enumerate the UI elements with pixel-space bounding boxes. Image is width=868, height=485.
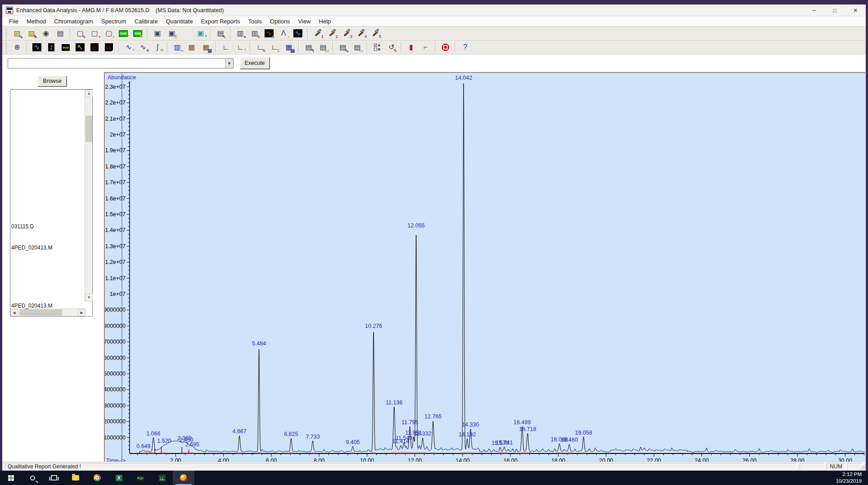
percent-report-button[interactable]: ▥–: [171, 41, 184, 53]
run-method-icon: ▢»: [104, 29, 114, 38]
user-tool-5-button[interactable]: 5: [369, 27, 382, 39]
vertical-scroll-thumb[interactable]: [85, 116, 92, 142]
axis-range-tool-button[interactable]: ∟*: [234, 41, 247, 53]
task-view-button[interactable]: [43, 471, 65, 485]
menu-export-reports[interactable]: Export Reports: [197, 17, 244, 26]
cascade-windows-button[interactable]: ▣²: [194, 27, 207, 39]
menu-calibrate[interactable]: Calibrate: [130, 17, 162, 26]
load-method-button[interactable]: ▨✎: [25, 27, 38, 39]
menu-method[interactable]: Method: [22, 17, 50, 26]
full-chromatogram-button[interactable]: ∿: [30, 41, 44, 53]
parameters-edit-button[interactable]: ▥✎: [248, 27, 261, 39]
close-button[interactable]: ✕: [845, 5, 866, 16]
user-tool-2-button[interactable]: 2: [325, 27, 339, 39]
chromatogram-plot[interactable]: 1000000200000030000004000000500000060000…: [105, 73, 865, 466]
toolbar-grip[interactable]: [6, 28, 8, 38]
browse-button[interactable]: Browse: [38, 76, 67, 86]
flag-tool-button[interactable]: ▮: [405, 41, 418, 53]
quant-database-button[interactable]: ▦▤: [282, 41, 296, 53]
integrate-peak-ok-button[interactable]: ∩✓: [102, 41, 116, 53]
export-window-button[interactable]: ▣↥: [165, 27, 179, 39]
overlay-signals-button[interactable]: ∿∿: [262, 27, 276, 39]
execute-button[interactable]: Execute: [240, 57, 270, 69]
copy-report-button[interactable]: ▤↰: [302, 41, 315, 53]
extract-ion-button[interactable]: m/e: [59, 41, 72, 53]
print-button[interactable]: ▤: [54, 27, 67, 39]
zoom-previous-button[interactable]: ↖: [73, 41, 87, 53]
file-list-item[interactable]: 4PED_020413.M: [11, 245, 52, 251]
integration-events-button[interactable]: ∫¹²: [151, 41, 164, 53]
icon-modifier: ↥: [174, 35, 178, 39]
scroll-right-icon[interactable]: ▶: [78, 309, 85, 316]
user-tool-3-button[interactable]: 3: [340, 27, 353, 39]
run-method-button[interactable]: ▢»: [102, 27, 116, 39]
file-list[interactable]: ▲ ▼ ◀ ▶ 031115.D4PED_020413.M4PED_020413…: [10, 89, 93, 317]
menu-file[interactable]: File: [5, 17, 22, 26]
taskbar-clock[interactable]: 2:12 PM10/23/2019: [836, 471, 868, 485]
toolbar-grip[interactable]: [6, 42, 8, 52]
instrument-app-2-button[interactable]: [151, 471, 173, 485]
qedit-quant-result-button[interactable]: ↺✎: [385, 41, 398, 53]
scroll-left-icon[interactable]: ◀: [10, 309, 18, 316]
lock-intensity-button[interactable]: Λ▪: [277, 27, 290, 39]
search-button[interactable]: [22, 471, 43, 485]
horizontal-scroll-thumb[interactable]: [19, 309, 62, 316]
menu-spectrum[interactable]: Spectrum: [97, 17, 130, 26]
parameters-view-button[interactable]: ▥●: [234, 27, 247, 39]
resize-grip[interactable]: [860, 464, 865, 470]
start-button[interactable]: [0, 471, 22, 485]
scroll-up-icon[interactable]: ▲: [85, 90, 93, 97]
autointegrate-button[interactable]: ∿*: [122, 41, 135, 53]
print-report-button[interactable]: ▤▭: [351, 41, 364, 53]
menu-tools[interactable]: Tools: [244, 17, 265, 26]
file-list-item[interactable]: 031115.D: [11, 223, 34, 230]
file-list-item[interactable]: 4PED_020413.M: [11, 303, 52, 309]
library-report-button[interactable]: ▦▤: [199, 41, 213, 53]
snapshot-button[interactable]: ◉: [39, 27, 53, 39]
stop-button[interactable]: [439, 41, 452, 53]
copy-button[interactable]: ▣: [151, 27, 164, 39]
command-combo[interactable]: ▼: [8, 58, 234, 68]
save-method-button[interactable]: ▢▪: [88, 27, 101, 39]
update-calibration-button[interactable]: ∟⇧: [268, 41, 281, 53]
instrument-app-1-button[interactable]: EQx: [130, 471, 151, 485]
calibrate-edit-button[interactable]: ∟✎: [253, 41, 267, 53]
minimize-button[interactable]: –: [804, 5, 824, 16]
manual-integrate-button[interactable]: ∿+: [136, 41, 150, 53]
user-tool-1-button[interactable]: 1: [311, 27, 324, 39]
scroll-down-icon[interactable]: ▼: [85, 294, 93, 301]
generate-report-button[interactable]: ▤∿: [336, 41, 350, 53]
file-explorer-button[interactable]: [65, 471, 86, 485]
edit-tune-window-button[interactable]: ▢✎: [73, 27, 87, 39]
print-quant-report-button[interactable]: ▤▭: [316, 41, 330, 53]
maximize-button[interactable]: □: [824, 5, 845, 16]
help-button[interactable]: ?: [459, 41, 472, 53]
tile-windows-button[interactable]: [180, 27, 193, 39]
tool-number: 1: [321, 34, 324, 39]
menu-chromatogram[interactable]: Chromatogram: [50, 17, 97, 26]
command-input[interactable]: [8, 59, 225, 68]
chrome-button[interactable]: [86, 471, 108, 485]
window-tool-button[interactable]: ⌐: [419, 41, 432, 53]
chemstation-button[interactable]: [173, 471, 194, 485]
sim-setup-button[interactable]: SIM*: [117, 27, 130, 39]
menu-help[interactable]: Help: [315, 17, 335, 26]
navigate-compass-button[interactable]: ⊕: [10, 41, 24, 53]
signal-window-button[interactable]: ∿: [291, 27, 305, 39]
menu-view[interactable]: View: [294, 17, 315, 26]
excel-button[interactable]: X: [108, 471, 130, 485]
library-search-button[interactable]: ▦: [185, 41, 198, 53]
sim-edit-button[interactable]: SIM✎: [131, 27, 144, 39]
define-axis-range-button[interactable]: ∟: [219, 41, 233, 53]
menu-options[interactable]: Options: [266, 17, 294, 26]
menu-quantitate[interactable]: Quantitate: [162, 17, 197, 26]
compare-ab-button[interactable]: ✓AB: [370, 41, 384, 53]
integrate-peak-down-button[interactable]: ∩↓: [88, 41, 101, 53]
file-list-horizontal-scrollbar[interactable]: ◀ ▶: [10, 308, 85, 316]
autoscale-y-button[interactable]: ↕: [45, 41, 58, 53]
file-list-vertical-scrollbar[interactable]: ▲ ▼: [85, 90, 92, 301]
user-tool-4-button[interactable]: 4: [354, 27, 368, 39]
load-data-file-button[interactable]: ▨∿: [10, 27, 24, 39]
combo-dropdown-icon[interactable]: ▼: [225, 59, 233, 68]
annotate-report-button[interactable]: ▤↖: [214, 27, 227, 39]
